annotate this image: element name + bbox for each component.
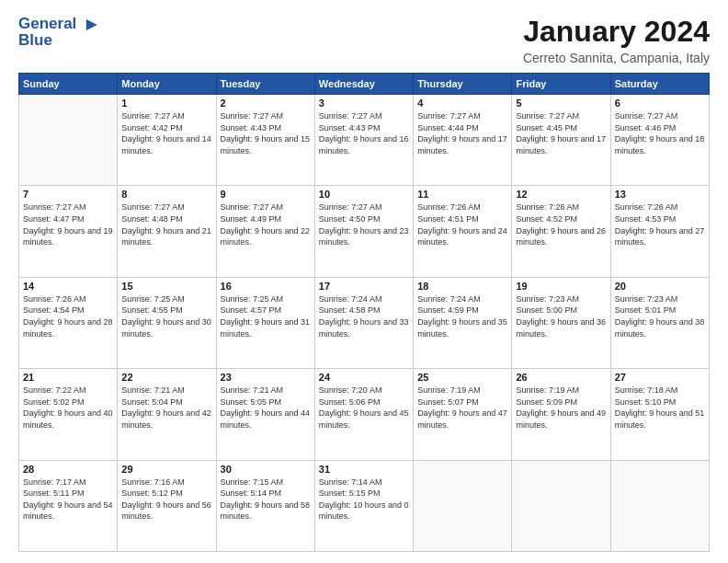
day-info: Sunrise: 7:26 AMSunset: 4:51 PMDaylight:… [417, 201, 507, 247]
day-number: 9 [221, 189, 311, 200]
day-number: 3 [319, 98, 409, 109]
calendar-week-0: 1Sunrise: 7:27 AMSunset: 4:42 PMDaylight… [19, 95, 710, 186]
calendar-cell: 20Sunrise: 7:23 AMSunset: 5:01 PMDayligh… [610, 277, 709, 368]
logo-blue-text: Blue [18, 31, 98, 50]
calendar-cell: 1Sunrise: 7:27 AMSunset: 4:42 PMDaylight… [118, 95, 216, 186]
day-number: 14 [23, 281, 113, 292]
day-number: 10 [319, 189, 409, 200]
calendar-cell: 7Sunrise: 7:27 AMSunset: 4:47 PMDaylight… [19, 186, 118, 277]
day-info: Sunrise: 7:27 AMSunset: 4:45 PMDaylight:… [516, 110, 606, 156]
calendar-cell: 13Sunrise: 7:26 AMSunset: 4:53 PMDayligh… [610, 186, 709, 277]
day-info: Sunrise: 7:27 AMSunset: 4:46 PMDaylight:… [615, 110, 705, 156]
logo-text: General [18, 15, 98, 33]
day-info: Sunrise: 7:25 AMSunset: 4:57 PMDaylight:… [221, 293, 311, 339]
day-info: Sunrise: 7:22 AMSunset: 5:02 PMDaylight:… [23, 385, 113, 431]
day-number: 23 [221, 372, 311, 383]
day-number: 11 [417, 189, 507, 200]
day-info: Sunrise: 7:21 AMSunset: 5:05 PMDaylight:… [221, 385, 311, 431]
calendar-header-friday: Friday [512, 74, 610, 95]
day-number: 17 [319, 281, 409, 292]
calendar-header-wednesday: Wednesday [314, 74, 413, 95]
calendar-cell: 6Sunrise: 7:27 AMSunset: 4:46 PMDaylight… [610, 95, 709, 186]
day-info: Sunrise: 7:19 AMSunset: 5:09 PMDaylight:… [516, 385, 606, 431]
day-number: 12 [516, 189, 606, 200]
day-number: 29 [121, 464, 211, 475]
day-number: 30 [221, 464, 311, 475]
day-info: Sunrise: 7:16 AMSunset: 5:12 PMDaylight:… [121, 477, 211, 523]
header: General Blue January 2024 Cerreto Sannit… [18, 15, 710, 65]
day-info: Sunrise: 7:23 AMSunset: 5:01 PMDaylight:… [615, 293, 705, 339]
day-info: Sunrise: 7:26 AMSunset: 4:52 PMDaylight:… [516, 201, 606, 247]
calendar-cell: 16Sunrise: 7:25 AMSunset: 4:57 PMDayligh… [216, 277, 314, 368]
calendar-cell [19, 95, 118, 186]
day-info: Sunrise: 7:14 AMSunset: 5:15 PMDaylight:… [319, 477, 409, 523]
calendar-cell: 19Sunrise: 7:23 AMSunset: 5:00 PMDayligh… [512, 277, 610, 368]
calendar-cell: 5Sunrise: 7:27 AMSunset: 4:45 PMDaylight… [512, 95, 610, 186]
calendar-header-sunday: Sunday [19, 74, 118, 95]
calendar-cell: 31Sunrise: 7:14 AMSunset: 5:15 PMDayligh… [314, 460, 413, 551]
calendar-cell [512, 460, 610, 551]
day-info: Sunrise: 7:27 AMSunset: 4:42 PMDaylight:… [121, 110, 211, 156]
calendar-cell: 25Sunrise: 7:19 AMSunset: 5:07 PMDayligh… [414, 369, 512, 460]
calendar-cell: 24Sunrise: 7:20 AMSunset: 5:06 PMDayligh… [314, 369, 413, 460]
day-info: Sunrise: 7:27 AMSunset: 4:49 PMDaylight:… [221, 201, 311, 247]
day-info: Sunrise: 7:21 AMSunset: 5:04 PMDaylight:… [121, 385, 211, 431]
day-number: 7 [23, 189, 113, 200]
month-title: January 2024 [523, 15, 710, 49]
calendar-cell [414, 460, 512, 551]
day-info: Sunrise: 7:20 AMSunset: 5:06 PMDaylight:… [319, 385, 409, 431]
day-number: 28 [23, 464, 113, 475]
calendar-cell: 28Sunrise: 7:17 AMSunset: 5:11 PMDayligh… [19, 460, 118, 551]
day-number: 22 [121, 372, 211, 383]
day-info: Sunrise: 7:26 AMSunset: 4:53 PMDaylight:… [615, 201, 705, 247]
calendar-cell: 8Sunrise: 7:27 AMSunset: 4:48 PMDaylight… [118, 186, 216, 277]
calendar-cell: 23Sunrise: 7:21 AMSunset: 5:05 PMDayligh… [216, 369, 314, 460]
calendar-cell: 30Sunrise: 7:15 AMSunset: 5:14 PMDayligh… [216, 460, 314, 551]
day-number: 13 [615, 189, 705, 200]
day-number: 27 [615, 372, 705, 383]
calendar-cell: 15Sunrise: 7:25 AMSunset: 4:55 PMDayligh… [118, 277, 216, 368]
day-number: 6 [615, 98, 705, 109]
calendar-cell: 22Sunrise: 7:21 AMSunset: 5:04 PMDayligh… [118, 369, 216, 460]
calendar-cell: 10Sunrise: 7:27 AMSunset: 4:50 PMDayligh… [314, 186, 413, 277]
calendar-table: SundayMondayTuesdayWednesdayThursdayFrid… [18, 73, 710, 552]
calendar-header-row: SundayMondayTuesdayWednesdayThursdayFrid… [19, 74, 710, 95]
calendar-header-thursday: Thursday [414, 74, 512, 95]
day-info: Sunrise: 7:27 AMSunset: 4:47 PMDaylight:… [23, 201, 113, 247]
calendar-header-tuesday: Tuesday [216, 74, 314, 95]
day-number: 5 [516, 98, 606, 109]
calendar-cell: 17Sunrise: 7:24 AMSunset: 4:58 PMDayligh… [314, 277, 413, 368]
svg-marker-0 [86, 19, 97, 30]
day-number: 16 [221, 281, 311, 292]
day-info: Sunrise: 7:17 AMSunset: 5:11 PMDaylight:… [23, 477, 113, 523]
calendar-header-saturday: Saturday [610, 74, 709, 95]
day-info: Sunrise: 7:15 AMSunset: 5:14 PMDaylight:… [221, 477, 311, 523]
calendar-header-monday: Monday [118, 74, 216, 95]
day-info: Sunrise: 7:27 AMSunset: 4:48 PMDaylight:… [121, 201, 211, 247]
day-number: 1 [121, 98, 211, 109]
calendar-cell: 3Sunrise: 7:27 AMSunset: 4:43 PMDaylight… [314, 95, 413, 186]
calendar-week-3: 21Sunrise: 7:22 AMSunset: 5:02 PMDayligh… [19, 369, 710, 460]
day-info: Sunrise: 7:27 AMSunset: 4:44 PMDaylight:… [417, 110, 507, 156]
day-number: 4 [417, 98, 507, 109]
day-info: Sunrise: 7:23 AMSunset: 5:00 PMDaylight:… [516, 293, 606, 339]
day-number: 2 [221, 98, 311, 109]
page: General Blue January 2024 Cerreto Sannit… [0, 0, 728, 563]
calendar-week-1: 7Sunrise: 7:27 AMSunset: 4:47 PMDaylight… [19, 186, 710, 277]
day-number: 25 [417, 372, 507, 383]
calendar-cell: 18Sunrise: 7:24 AMSunset: 4:59 PMDayligh… [414, 277, 512, 368]
calendar-cell: 11Sunrise: 7:26 AMSunset: 4:51 PMDayligh… [414, 186, 512, 277]
day-info: Sunrise: 7:26 AMSunset: 4:54 PMDaylight:… [23, 293, 113, 339]
logo: General Blue [18, 15, 98, 49]
calendar-week-4: 28Sunrise: 7:17 AMSunset: 5:11 PMDayligh… [19, 460, 710, 551]
day-number: 21 [23, 372, 113, 383]
day-number: 24 [319, 372, 409, 383]
location-subtitle: Cerreto Sannita, Campania, Italy [523, 51, 710, 65]
calendar-cell: 12Sunrise: 7:26 AMSunset: 4:52 PMDayligh… [512, 186, 610, 277]
day-info: Sunrise: 7:18 AMSunset: 5:10 PMDaylight:… [615, 385, 705, 431]
day-number: 18 [417, 281, 507, 292]
calendar-cell: 9Sunrise: 7:27 AMSunset: 4:49 PMDaylight… [216, 186, 314, 277]
calendar-cell: 14Sunrise: 7:26 AMSunset: 4:54 PMDayligh… [19, 277, 118, 368]
day-info: Sunrise: 7:24 AMSunset: 4:58 PMDaylight:… [319, 293, 409, 339]
day-number: 8 [121, 189, 211, 200]
